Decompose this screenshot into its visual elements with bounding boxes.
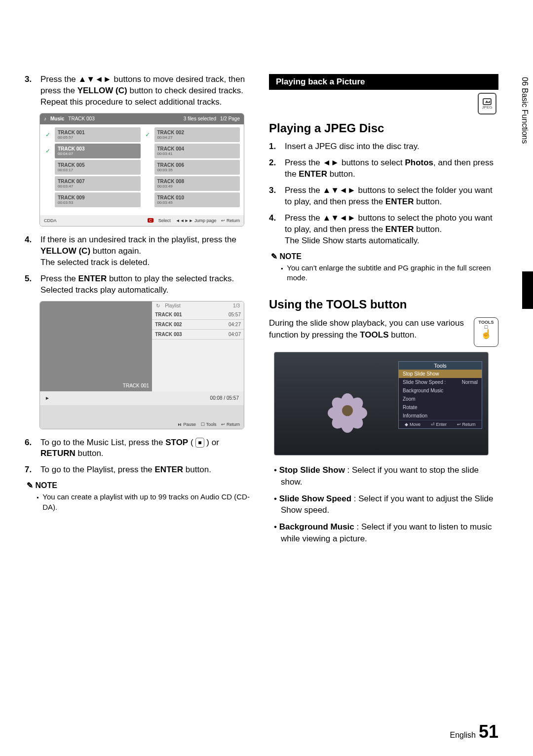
playlist-row: TRACK 00105:57 (152, 310, 244, 320)
hand-icon: ☝ (475, 330, 497, 339)
track-row: TRACK 00100:05:57 (55, 127, 141, 142)
tools-menu-item: Stop Slide Show (399, 370, 482, 378)
track-row: TRACK 00300:04:07 (55, 144, 141, 158)
heading-tools: Using the TOOLS button (269, 298, 498, 311)
tools-menu-item: Slide Show Speed :Normal (399, 378, 482, 386)
enter-hint: ⏎ Enter (431, 422, 447, 427)
bullet-item: Background Music : Select if you want to… (274, 521, 498, 545)
now-playing-label: TRACK 001 (43, 383, 149, 388)
track-row: TRACK 00800:03:49 (154, 176, 240, 191)
jpeg-disc-icon: JPEG (478, 93, 496, 114)
check-icon: ✓ (44, 127, 52, 142)
repeat-icon: ↻ (156, 303, 160, 308)
track-row: TRACK 00900:03:53 (55, 192, 141, 207)
tools-hint: ☐ Tools (201, 422, 216, 427)
note-item: You can't enlarge the subtitle and PG gr… (281, 263, 498, 283)
track-row: TRACK 00700:03:47 (55, 176, 141, 191)
bullet-item: Slide Show Speed : Select if you want to… (274, 493, 498, 517)
return-hint: ↩ Return (221, 422, 240, 427)
step-4: 4. If there is an undesired track in the… (25, 234, 254, 268)
track-row: TRACK 00200:04:27 (154, 127, 240, 142)
jpeg-step-3: 3.Press the ▲▼◄► buttons to select the f… (269, 185, 498, 208)
left-column: 3. Press the ▲▼◄► buttons to move desire… (25, 74, 254, 550)
return-hint: ↩ Return (221, 218, 240, 223)
play-icon: ► (45, 395, 50, 401)
stop-icon: ■ (195, 438, 204, 448)
tools-menu-screenshot: Tools Stop Slide Show Slide Show Speed :… (274, 352, 489, 455)
jump-page-hint: ◄◄►► Jump page (176, 218, 217, 223)
step-3: 3. Press the ▲▼◄► buttons to move desire… (25, 74, 254, 108)
section-banner: Playing back a Picture (269, 74, 498, 90)
page-footer: English51 (450, 721, 498, 742)
track-row: TRACK 00400:03:41 (154, 144, 240, 158)
tools-menu-item: Zoom (399, 395, 482, 403)
files-selected: 3 files selected (184, 116, 216, 121)
c-button-icon: C (148, 218, 153, 223)
note-heading: NOTE (271, 252, 498, 261)
tools-popup-title: Tools (399, 362, 482, 370)
track-row: TRACK 00500:03:17 (55, 160, 141, 175)
page-indicator: 1/2 Page (220, 116, 240, 121)
music-icon: ♪ (44, 116, 46, 121)
jpeg-step-2: 2.Press the ◄► buttons to select Photos,… (269, 157, 498, 180)
dir-arrows-icon: ▲▼◄► (323, 186, 356, 195)
side-tab: 06 Basic Functions (516, 74, 533, 202)
tools-button-icon: TOOLS ☐ ☝ (474, 317, 498, 347)
playlist-row: TRACK 00304:07 (152, 330, 244, 340)
move-hint: ◆ Move (405, 422, 420, 427)
bullet-item: Stop Slide Show : Select if you want to … (274, 464, 498, 488)
check-icon: ✓ (44, 144, 52, 158)
pause-hint: ⏯ Pause (178, 422, 196, 427)
note-item: You can create a playlist with up to 99 … (37, 492, 254, 512)
dir-arrows-icon: ▲▼◄► (323, 213, 356, 223)
tools-popup: Tools Stop Slide Show Slide Show Speed :… (398, 361, 482, 429)
flower-image (330, 393, 365, 428)
jpeg-step-4: 4.Press the ▲▼◄► buttons to select the p… (269, 213, 498, 247)
step-7: 7. To go to the Playlist, press the ENTE… (25, 464, 254, 476)
tools-menu-item: Information (399, 412, 482, 420)
track-row: TRACK 01000:03:45 (154, 192, 240, 207)
dir-arrows-icon: ▲▼◄► (78, 75, 112, 84)
playlist-row: TRACK 00204:27 (152, 320, 244, 330)
check-icon: ✓ (144, 127, 152, 142)
right-column: Playing back a Picture JPEG Playing a JP… (269, 74, 498, 550)
tools-paragraph: During the slide show playback, you can … (269, 317, 498, 341)
track-row: TRACK 00600:03:35 (154, 160, 240, 175)
page-number: 51 (479, 721, 498, 742)
music-label: Music (50, 116, 64, 121)
return-hint: ↩ Return (457, 422, 476, 427)
step-num: 3. (25, 74, 37, 108)
tools-menu-item: Rotate (399, 403, 482, 412)
jpeg-step-1: 1.Insert a JPEG disc into the disc tray. (269, 141, 498, 152)
side-bump (522, 271, 533, 309)
current-track: TRACK 003 (68, 116, 94, 121)
note-heading: NOTE (27, 481, 254, 490)
disc-type: CDDA (44, 218, 57, 223)
time-indicator: 00:08 / 05:57 (210, 395, 239, 401)
step-5: 5. Press the ENTER button to play the se… (25, 273, 254, 296)
music-list-screenshot: ♪ Music TRACK 003 3 files selected 1/2 P… (39, 113, 244, 227)
tools-menu-item: Background Music (399, 386, 482, 395)
playlist-page: 1/3 (233, 303, 240, 308)
step-6: 6. To go to the Music List, press the ST… (25, 437, 254, 460)
lr-arrows-icon: ◄► (323, 158, 340, 167)
playlist-label: Playlist (165, 303, 181, 308)
playlist-screenshot: TRACK 001 ↻Playlist1/3 TRACK 00105:57 TR… (39, 301, 244, 429)
heading-jpeg: Playing a JPEG Disc (269, 121, 498, 135)
